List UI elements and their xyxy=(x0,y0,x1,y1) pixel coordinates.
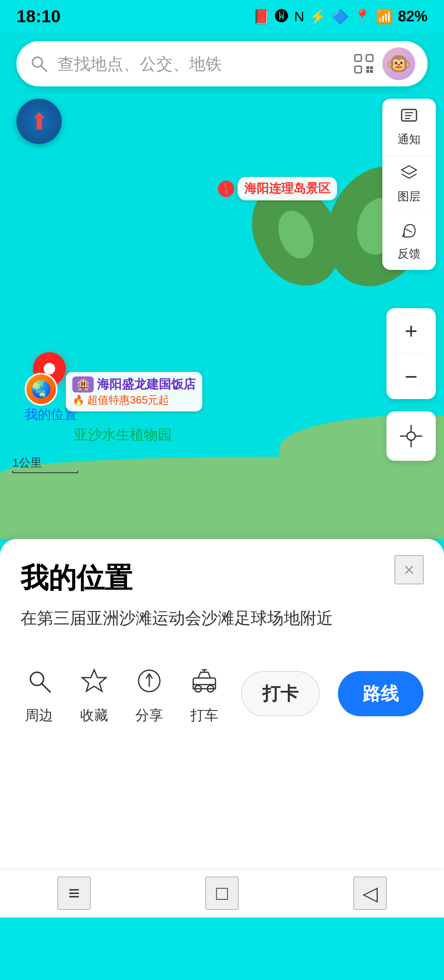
zoom-out-button[interactable]: − xyxy=(386,354,436,399)
scale-label: 1公里 xyxy=(12,455,42,471)
battery-indicator: 82% xyxy=(398,8,428,25)
svg-line-14 xyxy=(405,229,412,232)
avatar-button[interactable]: 🐵 xyxy=(382,47,415,80)
collect-icon xyxy=(76,662,113,699)
scan-button[interactable] xyxy=(349,49,378,78)
nearby-label: 周边 xyxy=(25,706,53,725)
compass[interactable]: ⬆ xyxy=(16,99,62,144)
scale-bar: 1公里 xyxy=(12,455,78,473)
share-action[interactable]: 分享 xyxy=(131,662,168,725)
hotel-name: 海阳盛龙建国饭店 xyxy=(97,376,196,393)
svg-rect-3 xyxy=(366,55,373,61)
current-location-button[interactable] xyxy=(386,411,436,461)
taxi-label: 打车 xyxy=(190,706,218,725)
compass-arrow-icon: ⬆ xyxy=(30,108,49,135)
status-time: 18:10 xyxy=(16,7,60,26)
svg-marker-13 xyxy=(402,166,416,174)
hotel-promo: 🔥 超值特惠365元起 xyxy=(72,393,196,407)
search-icon xyxy=(29,53,49,74)
svg-rect-7 xyxy=(366,70,369,73)
search-bar[interactable]: 查找地点、公交、地铁 🐵 xyxy=(16,41,428,86)
svg-point-15 xyxy=(407,432,415,440)
feedback-icon xyxy=(400,221,418,244)
panel-subtitle: 在第三届亚洲沙滩运动会沙滩足球场地附近 xyxy=(21,607,423,629)
svg-rect-8 xyxy=(370,70,373,73)
nearby-icon xyxy=(21,662,58,699)
botanical-garden-label: 亚沙水生植物园 xyxy=(74,425,172,444)
bottom-panel: × 我的位置 在第三届亚洲沙滩运动会沙滩足球场地附近 周边 收藏 xyxy=(0,539,444,868)
scale-ruler xyxy=(12,471,78,473)
system-nav-bar: ≡ □ ◁ xyxy=(0,868,444,917)
hotel-marker[interactable]: 🏨 海阳盛龙建国饭店 🔥 超值特惠365元起 xyxy=(66,372,202,411)
scenic-pin-icon: 📍 xyxy=(218,181,234,197)
svg-marker-22 xyxy=(82,670,106,691)
route-button[interactable]: 路线 xyxy=(338,671,423,716)
toolbar-feedback[interactable]: 反馈 xyxy=(382,213,436,270)
layers-label: 图层 xyxy=(398,189,421,204)
xiaohongshu-icon: 📕 xyxy=(253,8,270,25)
svg-rect-2 xyxy=(355,55,361,61)
bluetooth-icon: ⚡ xyxy=(309,8,326,25)
search-input[interactable]: 查找地点、公交、地铁 xyxy=(58,53,349,75)
status-bar: 18:10 📕 🅦 N ⚡ 🔷 📍 📶 82% xyxy=(0,0,444,33)
svg-rect-4 xyxy=(355,66,361,73)
checkin-button[interactable]: 打卡 xyxy=(241,671,320,716)
feedback-label: 反馈 xyxy=(398,246,421,262)
scenic-spot-marker[interactable]: 📍 海阳连理岛景区 xyxy=(218,177,337,200)
taxi-icon xyxy=(186,662,223,699)
weibo-icon: 🅦 xyxy=(275,9,289,25)
nav-back-button[interactable]: ◁ xyxy=(354,877,386,910)
signal-icon: 📶 xyxy=(376,8,393,25)
svg-rect-25 xyxy=(193,678,215,685)
action-row: 周边 收藏 分享 xyxy=(21,662,423,725)
svg-line-21 xyxy=(42,684,50,692)
close-button[interactable]: × xyxy=(395,555,423,584)
svg-rect-6 xyxy=(370,66,373,69)
right-toolbar: 通知 图层 反馈 xyxy=(382,99,436,270)
layers-icon xyxy=(400,164,418,186)
share-icon xyxy=(131,662,168,699)
notification-label: 通知 xyxy=(398,132,421,147)
share-label: 分享 xyxy=(135,706,163,725)
zoom-controls: + − xyxy=(386,308,436,399)
svg-line-1 xyxy=(41,66,46,71)
nearby-action[interactable]: 周边 xyxy=(21,662,58,725)
nav-home-button[interactable]: □ xyxy=(206,877,238,910)
island-left-inner xyxy=(272,206,320,263)
collect-action[interactable]: 收藏 xyxy=(76,662,113,725)
zoom-in-button[interactable]: + xyxy=(386,308,436,353)
scenic-spot-label: 海阳连理岛景区 xyxy=(238,177,337,200)
svg-rect-5 xyxy=(366,66,369,69)
hotel-tag: 🏨 海阳盛龙建国饭店 🔥 超值特惠365元起 xyxy=(66,372,202,411)
collect-label: 收藏 xyxy=(80,706,108,725)
notification-icon xyxy=(400,107,418,129)
nfc-icon: N xyxy=(294,9,304,25)
location-icon: 📍 xyxy=(354,8,371,25)
nav-menu-button[interactable]: ≡ xyxy=(58,877,90,910)
bluetooth-2-icon: 🔷 xyxy=(331,8,349,25)
status-icons: 📕 🅦 N ⚡ 🔷 📍 📶 82% xyxy=(253,8,428,25)
map-area[interactable]: 查找地点、公交、地铁 🐵 ⬆ xyxy=(0,33,444,539)
toolbar-notification[interactable]: 通知 xyxy=(382,99,436,156)
avatar-icon: 🐵 xyxy=(386,52,411,75)
fire-icon: 🔥 xyxy=(72,395,85,406)
taxi-action[interactable]: 打车 xyxy=(186,662,223,725)
panel-title: 我的位置 xyxy=(21,560,423,597)
toolbar-layers[interactable]: 图层 xyxy=(382,156,436,213)
